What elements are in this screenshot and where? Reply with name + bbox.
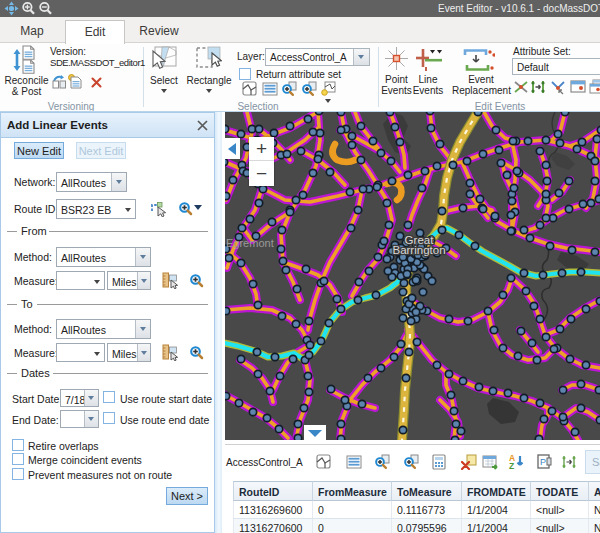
svg-text:P: P xyxy=(540,457,546,467)
svg-text:Egremont: Egremont xyxy=(226,237,274,249)
svg-text:Z: Z xyxy=(509,461,514,471)
svg-text:Barrington: Barrington xyxy=(392,244,445,256)
